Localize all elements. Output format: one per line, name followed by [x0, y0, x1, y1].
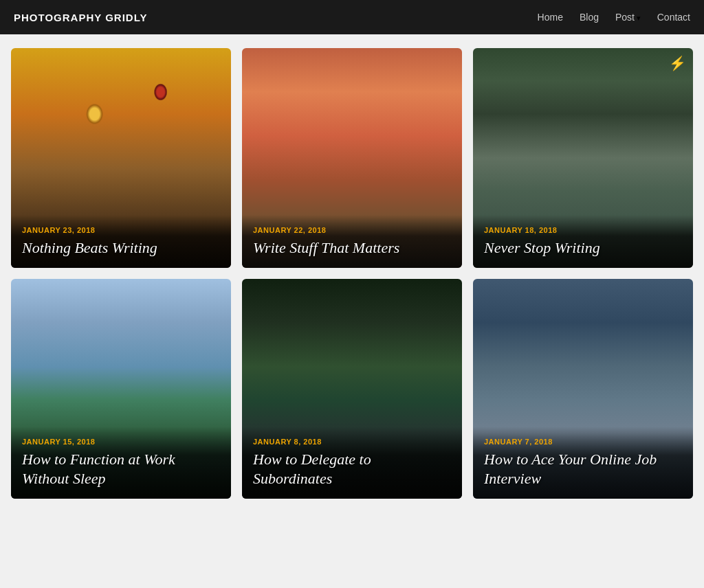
card-2-date: JANUARY 22, 2018 [253, 226, 451, 234]
card-3[interactable]: ⚡ JANUARY 18, 2018 Never Stop Writing [473, 48, 693, 268]
site-logo: PHOTOGRAPHY GRIDLY [14, 12, 147, 23]
card-6-date: JANUARY 7, 2018 [484, 438, 682, 446]
main-content: JANUARY 23, 2018 Nothing Beats Writing J… [0, 34, 704, 512]
card-2[interactable]: JANUARY 22, 2018 Write Stuff That Matter… [242, 48, 462, 268]
card-4-date: JANUARY 15, 2018 [22, 438, 220, 446]
card-2-title: Write Stuff That Matters [253, 238, 451, 258]
card-3-title: Never Stop Writing [484, 238, 682, 258]
card-1[interactable]: JANUARY 23, 2018 Nothing Beats Writing [11, 48, 231, 268]
card-1-title: Nothing Beats Writing [22, 238, 220, 258]
nav-item-blog[interactable]: Blog [580, 11, 599, 23]
card-4[interactable]: JANUARY 15, 2018 How to Function at Work… [11, 279, 231, 499]
card-6-overlay: JANUARY 7, 2018 How to Ace Your Online J… [473, 427, 693, 499]
nav-item-post[interactable]: Post [615, 11, 641, 23]
card-5-overlay: JANUARY 8, 2018 How to Delegate to Subor… [242, 427, 462, 499]
card-1-date: JANUARY 23, 2018 [22, 226, 220, 234]
card-1-overlay: JANUARY 23, 2018 Nothing Beats Writing [11, 215, 231, 269]
nav-item-home[interactable]: Home [538, 11, 563, 23]
card-grid: JANUARY 23, 2018 Nothing Beats Writing J… [0, 34, 704, 512]
card-5-date: JANUARY 8, 2018 [253, 438, 451, 446]
lightning-icon: ⚡ [669, 55, 686, 71]
card-5[interactable]: JANUARY 8, 2018 How to Delegate to Subor… [242, 279, 462, 499]
card-6[interactable]: JANUARY 7, 2018 How to Ace Your Online J… [473, 279, 693, 499]
card-5-title: How to Delegate to Subordinates [253, 450, 451, 488]
card-6-title: How to Ace Your Online Job Interview [484, 450, 682, 488]
card-4-overlay: JANUARY 15, 2018 How to Function at Work… [11, 427, 231, 499]
nav-item-contact[interactable]: Contact [657, 11, 690, 23]
card-3-overlay: JANUARY 18, 2018 Never Stop Writing [473, 215, 693, 269]
card-3-date: JANUARY 18, 2018 [484, 226, 682, 234]
card-2-overlay: JANUARY 22, 2018 Write Stuff That Matter… [242, 215, 462, 269]
nav-links: Home Blog Post Contact [538, 11, 690, 23]
main-nav: PHOTOGRAPHY GRIDLY Home Blog Post Contac… [0, 0, 704, 34]
card-4-title: How to Function at Work Without Sleep [22, 450, 220, 488]
